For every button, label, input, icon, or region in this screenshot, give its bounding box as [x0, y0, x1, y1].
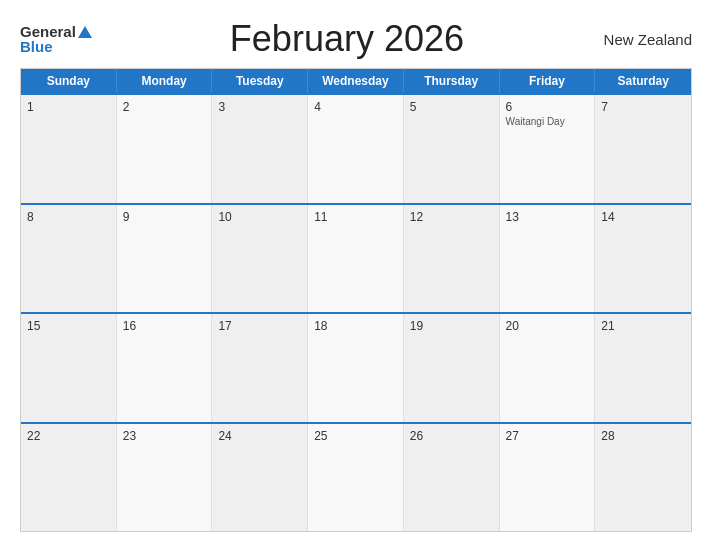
day-27: 27: [500, 424, 596, 532]
day-22: 22: [21, 424, 117, 532]
logo-triangle-icon: [78, 26, 92, 38]
weekday-wednesday: Wednesday: [308, 69, 404, 93]
calendar: Sunday Monday Tuesday Wednesday Thursday…: [20, 68, 692, 532]
day-9: 9: [117, 205, 213, 313]
day-1: 1: [21, 95, 117, 203]
day-18: 18: [308, 314, 404, 422]
day-2: 2: [117, 95, 213, 203]
day-12: 12: [404, 205, 500, 313]
day-13: 13: [500, 205, 596, 313]
calendar-week-4: 22 23 24 25 26 27 28: [21, 422, 691, 532]
day-16: 16: [117, 314, 213, 422]
calendar-week-1: 1 2 3 4 5 6 Waitangi Day: [21, 93, 691, 203]
weekday-saturday: Saturday: [595, 69, 691, 93]
day-11: 11: [308, 205, 404, 313]
day-25: 25: [308, 424, 404, 532]
day-3: 3: [212, 95, 308, 203]
day-8: 8: [21, 205, 117, 313]
day-4: 4: [308, 95, 404, 203]
country-label: New Zealand: [602, 31, 692, 48]
day-24: 24: [212, 424, 308, 532]
day-23: 23: [117, 424, 213, 532]
weekday-thursday: Thursday: [404, 69, 500, 93]
header: General Blue February 2026 New Zealand: [20, 18, 692, 60]
calendar-title: February 2026: [92, 18, 602, 60]
page: General Blue February 2026 New Zealand S…: [0, 0, 712, 550]
day-15: 15: [21, 314, 117, 422]
weekday-sunday: Sunday: [21, 69, 117, 93]
calendar-week-2: 8 9 10 11 12 13 14: [21, 203, 691, 313]
day-10: 10: [212, 205, 308, 313]
day-21: 21: [595, 314, 691, 422]
day-7: 7: [595, 95, 691, 203]
day-5: 5: [404, 95, 500, 203]
day-14: 14: [595, 205, 691, 313]
day-17: 17: [212, 314, 308, 422]
day-6: 6 Waitangi Day: [500, 95, 596, 203]
weekday-friday: Friday: [500, 69, 596, 93]
calendar-header-row: Sunday Monday Tuesday Wednesday Thursday…: [21, 69, 691, 93]
day-20: 20: [500, 314, 596, 422]
day-26: 26: [404, 424, 500, 532]
logo-general-text: General: [20, 24, 76, 39]
calendar-week-3: 15 16 17 18 19 20 21: [21, 312, 691, 422]
logo-blue-text: Blue: [20, 39, 92, 54]
logo: General Blue: [20, 24, 92, 54]
weekday-tuesday: Tuesday: [212, 69, 308, 93]
weekday-monday: Monday: [117, 69, 213, 93]
day-19: 19: [404, 314, 500, 422]
day-28: 28: [595, 424, 691, 532]
waitangi-day-label: Waitangi Day: [506, 116, 589, 127]
calendar-body: 1 2 3 4 5 6 Waitangi Day: [21, 93, 691, 531]
